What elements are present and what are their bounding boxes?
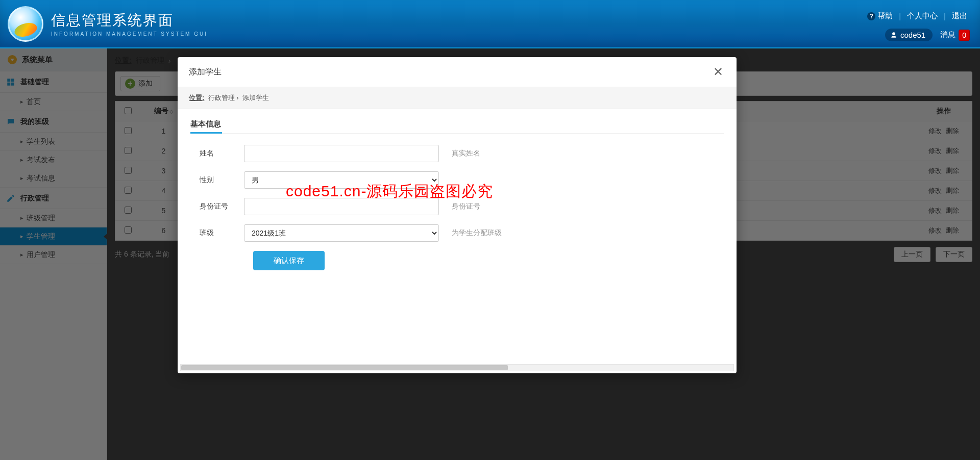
section-title: 基本信息 — [190, 119, 724, 134]
logo-icon — [8, 6, 43, 42]
hint-idcard: 身份证号 — [452, 202, 480, 211]
app-title: 信息管理系统界面 — [51, 11, 208, 30]
app-header: 信息管理系统界面 INFORMATION MANAGEMENT SYSTEM G… — [0, 0, 980, 48]
help-icon: ? — [867, 12, 875, 20]
label-name: 姓名 — [190, 149, 244, 158]
personal-center-link[interactable]: 个人中心 — [907, 11, 938, 21]
class-select[interactable]: 2021级1班 — [244, 224, 439, 242]
modal-h-scrollbar[interactable] — [180, 364, 734, 371]
username: code51 — [900, 31, 925, 39]
name-input[interactable] — [244, 145, 439, 162]
add-student-modal: 添加学生 ✕ 位置: 行政管理 › 添加学生 基本信息 姓名 真实姓名 性别 男… — [178, 57, 737, 373]
gender-select[interactable]: 男 — [244, 171, 439, 189]
help-link[interactable]: ? 帮助 — [867, 11, 893, 21]
logout-link[interactable]: 退出 — [952, 11, 967, 21]
idcard-input[interactable] — [244, 198, 439, 215]
close-icon[interactable]: ✕ — [711, 64, 725, 80]
user-pill[interactable]: code51 — [885, 29, 933, 41]
label-idcard: 身份证号 — [190, 202, 244, 211]
modal-title: 添加学生 — [189, 67, 222, 78]
messages-link[interactable]: 消息 0 — [940, 30, 970, 41]
header-top-links: ? 帮助 | 个人中心 | 退出 — [867, 11, 967, 21]
user-icon — [890, 32, 897, 39]
app-subtitle: INFORMATION MANAGEMENT SYSTEM GUI — [51, 31, 208, 37]
logo-block: 信息管理系统界面 INFORMATION MANAGEMENT SYSTEM G… — [0, 0, 980, 47]
header-user-bar: code51 消息 0 — [885, 29, 970, 41]
hint-class: 为学生分配班级 — [452, 228, 502, 238]
hint-name: 真实姓名 — [452, 149, 480, 158]
message-badge: 0 — [959, 30, 970, 41]
modal-breadcrumb: 位置: 行政管理 › 添加学生 — [178, 87, 737, 109]
label-gender: 性别 — [190, 175, 244, 185]
submit-button[interactable]: 确认保存 — [253, 251, 325, 270]
label-class: 班级 — [190, 228, 244, 238]
